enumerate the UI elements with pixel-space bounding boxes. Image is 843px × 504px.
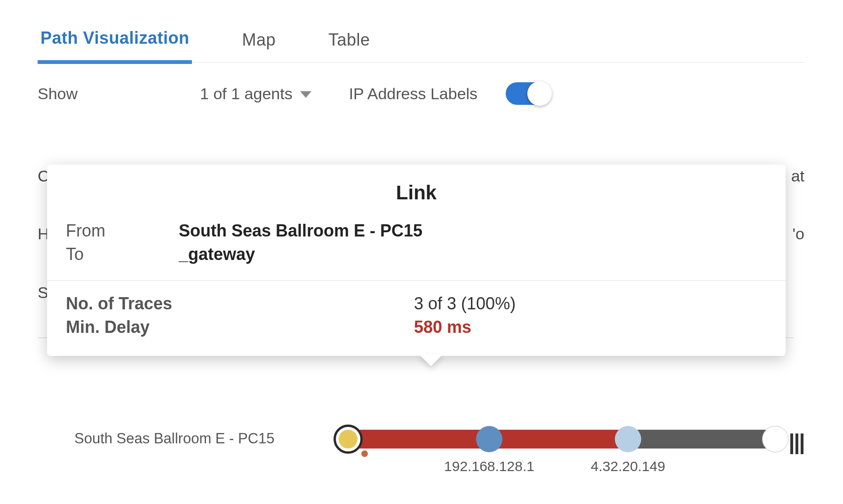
tooltip-delay-value: 580 ms [414, 317, 767, 337]
tooltip-delay-label: Min. Delay [66, 317, 414, 337]
ip-address-labels-label: IP Address Labels [349, 85, 477, 103]
tooltip-caret-icon [419, 354, 443, 366]
tooltip-traces-value: 3 of 3 (100%) [414, 294, 767, 314]
tooltip-from-to: From South Seas Ballroom E - PC15 To _ga… [66, 221, 767, 264]
bg-text-r2-right: 'o [793, 225, 804, 243]
path-node-hop-1[interactable] [476, 426, 502, 452]
tooltip-to-label: To [66, 244, 179, 264]
show-label: Show [38, 85, 78, 103]
tooltip-traces-label: No. of Traces [66, 294, 414, 314]
chevron-down-icon [300, 91, 311, 98]
page-root: Path Visualization Map Table Show 1 of 1… [0, 0, 843, 504]
tooltip-divider [47, 280, 786, 281]
tooltip-from-label: From [66, 221, 179, 241]
toggle-knob [527, 81, 552, 106]
tooltip-to-value: _gateway [179, 244, 767, 264]
agents-dropdown[interactable]: 1 of 1 agents [200, 85, 311, 103]
bg-text-r1-right: at [791, 167, 804, 185]
hop-1-ip-label: 192.168.128.1 [444, 458, 534, 474]
path-segment-2[interactable] [489, 430, 628, 449]
tab-path-visualization[interactable]: Path Visualization [38, 28, 192, 64]
path-node-source[interactable] [339, 430, 358, 449]
path-source-label: South Seas Ballroom E - PC15 [74, 430, 275, 447]
tooltip-title: Link [66, 181, 767, 204]
controls-row: Show 1 of 1 agents IP Address Labels [38, 63, 805, 122]
destination-bars-icon [790, 433, 803, 454]
tabs-bar: Path Visualization Map Table [38, 9, 805, 63]
hop-2-ip-label: 4.32.20.149 [591, 458, 665, 474]
tooltip-stats: No. of Traces 3 of 3 (100%) Min. Delay 5… [66, 294, 767, 337]
ip-address-labels-toggle[interactable] [506, 82, 551, 105]
agents-dropdown-label: 1 of 1 agents [200, 85, 293, 103]
path-track[interactable] [334, 430, 804, 449]
path-segment-3[interactable] [628, 430, 779, 449]
tab-map[interactable]: Map [239, 30, 278, 62]
path-node-destination[interactable] [762, 426, 788, 452]
tab-table[interactable]: Table [326, 30, 373, 62]
link-tooltip-card: Link From South Seas Ballroom E - PC15 T… [47, 165, 786, 356]
path-node-hop-2[interactable] [615, 426, 641, 452]
path-segment-1[interactable] [354, 430, 489, 449]
tooltip-from-value: South Seas Ballroom E - PC15 [179, 221, 767, 241]
path-node-source-badge-icon [361, 450, 368, 457]
